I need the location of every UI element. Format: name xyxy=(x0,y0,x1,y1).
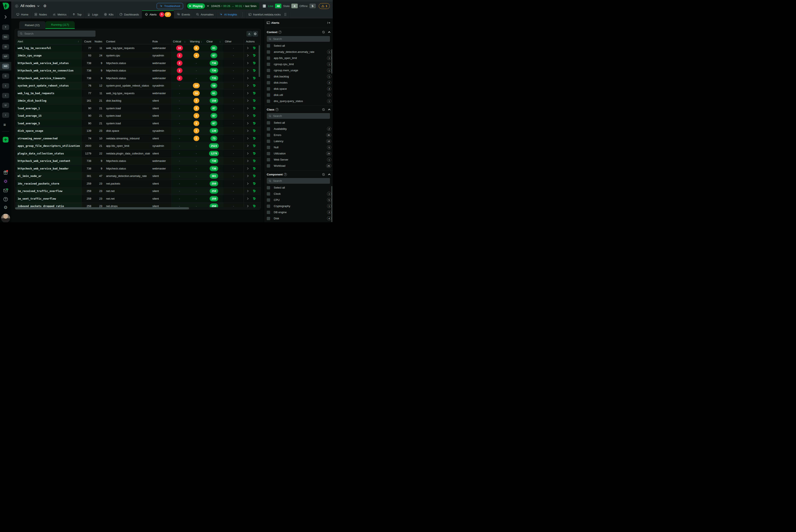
alert-table-row[interactable]: web_log_1m_bad_requests 77 11 web_log.ty… xyxy=(15,90,261,97)
scope-settings-gear-icon[interactable]: ⚙ xyxy=(43,4,47,8)
help-icon[interactable]: ? xyxy=(275,108,279,111)
chevron-down-icon[interactable] xyxy=(207,5,209,7)
filter-option-row[interactable]: DNS 1 xyxy=(267,222,331,222)
alert-table-row[interactable]: streaming_never_connected 74 10 netdata.… xyxy=(15,135,261,142)
netdata-action-icon[interactable] xyxy=(253,84,256,87)
netdata-action-icon[interactable] xyxy=(253,129,256,132)
context-list-scrollbar[interactable] xyxy=(331,49,332,74)
tab-dashboards[interactable]: Dashboards xyxy=(116,11,142,18)
workspace-item[interactable]: U xyxy=(0,101,11,110)
expand-row-icon[interactable] xyxy=(246,175,249,177)
netdata-action-icon[interactable] xyxy=(253,174,256,177)
tab-events[interactable]: Events xyxy=(174,11,193,18)
workspace-item[interactable]: NC xyxy=(0,33,11,41)
expand-row-icon[interactable] xyxy=(246,114,249,117)
lightbulb-idea-icon[interactable] xyxy=(3,179,8,184)
alert-name[interactable]: streaming_never_connected xyxy=(17,135,82,142)
checkbox[interactable] xyxy=(267,198,270,202)
netdata-action-icon[interactable] xyxy=(253,159,256,163)
netdata-action-icon[interactable] xyxy=(253,189,256,193)
alert-table-row[interactable]: apps_group_file_descriptors_utilization … xyxy=(15,142,261,150)
checkbox[interactable] xyxy=(267,121,270,125)
select-all-row[interactable]: Select all xyxy=(267,185,331,191)
col-header-other[interactable]: Other xyxy=(223,39,244,44)
workspace-item[interactable]: i xyxy=(0,111,11,119)
alert-table-row[interactable]: disk_space_usage 139 23 disk.space sysad… xyxy=(15,127,261,135)
tab-anomalies[interactable]: Anomalies xyxy=(193,11,217,18)
checkbox[interactable] xyxy=(267,146,270,149)
netdata-action-icon[interactable] xyxy=(253,77,256,80)
gift-icon[interactable] xyxy=(3,170,8,175)
alert-table-row[interactable]: httpcheck_web_service_timeouts 738 9 htt… xyxy=(15,74,261,82)
col-header-warning[interactable]: Warning↓ xyxy=(188,39,205,44)
alert-table-row[interactable]: plugin_data_collection_status 1279 22 ne… xyxy=(15,150,261,157)
expand-row-icon[interactable] xyxy=(246,77,249,79)
settings-gear-icon[interactable]: ⚙ xyxy=(3,205,8,210)
chevron-up-icon[interactable] xyxy=(328,108,331,111)
tab-top[interactable]: Top xyxy=(69,11,85,18)
filter-option-row[interactable]: Workload 26 xyxy=(267,163,331,169)
alert-table-row[interactable]: httpcheck_web_service_bad_header 738 9 h… xyxy=(15,165,261,172)
expand-row-icon[interactable] xyxy=(246,47,249,50)
sort-desc-icon[interactable]: ↓ xyxy=(219,40,221,43)
component-list-scrollbar[interactable] xyxy=(331,186,332,222)
alert-table-row[interactable]: system_post_update_reboot_status 76 12 s… xyxy=(15,82,261,90)
select-all-row[interactable]: Select all xyxy=(267,43,331,49)
component-search[interactable] xyxy=(267,178,330,184)
expand-row-icon[interactable] xyxy=(246,99,249,102)
context-search-input[interactable] xyxy=(273,37,328,40)
collapse-panel-icon[interactable] xyxy=(327,21,331,24)
netdata-action-icon[interactable] xyxy=(253,182,256,185)
checkbox[interactable] xyxy=(267,69,270,72)
alert-name[interactable]: apps_group_file_descriptors_utilization xyxy=(17,142,82,150)
tab-alerts-active[interactable]: Alerts 5 17 xyxy=(142,11,174,18)
alert-table-row[interactable]: 10min_disk_backlog 161 21 disk.backlog s… xyxy=(15,97,261,105)
tab-ai-insights[interactable]: AI Insights xyxy=(217,11,240,18)
feedback-mail-icon[interactable] xyxy=(3,188,8,193)
checkbox[interactable] xyxy=(267,50,270,54)
warnings-indicator[interactable]: 1 xyxy=(319,3,330,9)
alert-name[interactable]: 1m_sent_traffic_overflow xyxy=(17,195,82,202)
alert-name[interactable]: ml_1min_node_ar xyxy=(17,172,82,180)
checkbox[interactable] xyxy=(267,87,270,91)
sort-desc-icon[interactable]: ↓ xyxy=(184,40,185,43)
netdata-action-icon[interactable] xyxy=(253,144,256,148)
col-header-nodes[interactable]: Nodes xyxy=(93,39,104,44)
table-horizontal-scrollbar[interactable] xyxy=(15,207,260,209)
component-search-input[interactable] xyxy=(273,179,328,183)
sort-desc-icon[interactable]: ↓ xyxy=(201,40,202,43)
col-header-critical[interactable]: Critical↓ xyxy=(171,39,188,44)
alert-name[interactable]: httpcheck_web_service_bad_content xyxy=(17,157,82,165)
workspace-item[interactable]: NP xyxy=(0,52,11,61)
class-search-input[interactable] xyxy=(273,114,328,117)
filter-option-row[interactable]: disk.space 3 xyxy=(267,86,331,92)
table-vertical-scrollbar[interactable] xyxy=(259,45,260,77)
col-header-clear[interactable]: Clear↓ xyxy=(205,39,223,44)
netdata-action-icon[interactable] xyxy=(253,197,256,200)
sort-asc-icon[interactable]: ↑ xyxy=(78,40,79,43)
col-header-count[interactable]: Count xyxy=(82,39,93,44)
checkbox[interactable] xyxy=(267,75,270,78)
checkbox[interactable] xyxy=(267,205,270,208)
netdata-action-icon[interactable] xyxy=(253,167,256,170)
expand-row-icon[interactable] xyxy=(246,167,249,170)
node-scope-picker[interactable]: All nodes ⚙ xyxy=(15,4,47,8)
subtab-running-active[interactable]: Running (117) xyxy=(45,21,75,29)
filter-option-row[interactable]: cgroup.mem_usage 1 xyxy=(267,67,331,73)
filter-option-row[interactable]: Null 5 xyxy=(267,144,331,150)
filter-option-row[interactable]: Web Server 1 xyxy=(267,156,331,163)
expand-row-icon[interactable] xyxy=(246,190,249,192)
checkbox[interactable] xyxy=(267,217,270,220)
chevron-up-icon[interactable] xyxy=(328,31,331,34)
checkbox[interactable] xyxy=(267,93,270,97)
alert-name[interactable]: httpcheck_web_service_timeouts xyxy=(17,74,82,82)
expand-row-icon[interactable] xyxy=(246,137,249,140)
offline-count-badge[interactable]: 5 xyxy=(309,4,316,8)
alert-table-row[interactable]: load_average_15 90 21 system.load silent… xyxy=(15,112,261,120)
filter-option-row[interactable]: disk.backlog 1 xyxy=(267,73,331,79)
tab-home[interactable]: Home xyxy=(13,11,32,18)
chevron-up-icon[interactable] xyxy=(328,173,331,176)
add-workspace-button[interactable] xyxy=(3,137,8,142)
time-range[interactable]: 10/4/25 • 00:26 → 00:31 • last 5min xyxy=(211,4,256,8)
filter-option-row[interactable]: dns_query.query_status 1 xyxy=(267,98,331,104)
